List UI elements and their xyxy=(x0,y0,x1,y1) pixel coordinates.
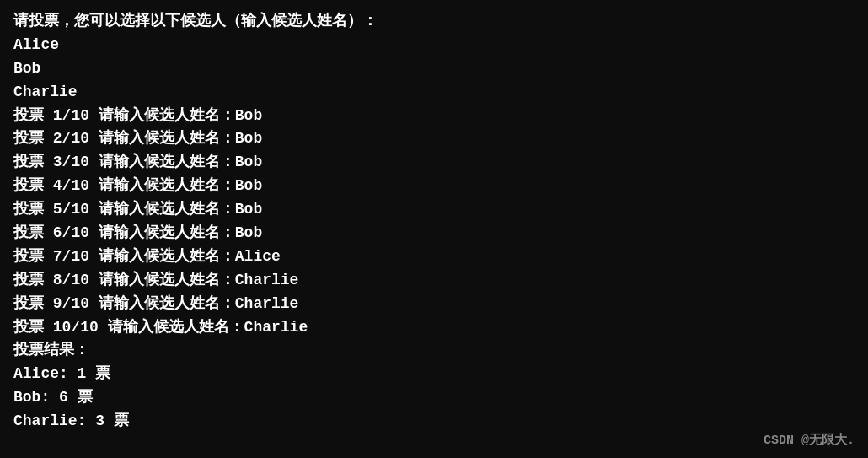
terminal-line: Charlie: 3 票 xyxy=(13,410,855,434)
terminal-line: Alice: 1 票 xyxy=(13,363,855,386)
terminal-line: 投票 1/10 请输入候选人姓名：Bob xyxy=(13,105,855,128)
terminal-line: 投票 8/10 请输入候选人姓名：Charlie xyxy=(13,269,855,293)
terminal-line: 投票结果： xyxy=(13,339,855,363)
terminal-line: 投票 5/10 请输入候选人姓名：Bob xyxy=(13,198,855,222)
terminal-line: 投票 9/10 请输入候选人姓名：Charlie xyxy=(13,293,855,316)
terminal-line: 投票 7/10 请输入候选人姓名：Alice xyxy=(13,245,855,269)
terminal-line: 投票 4/10 请输入候选人姓名：Bob xyxy=(13,175,855,198)
watermark: CSDN @无限大. xyxy=(764,432,855,448)
terminal-line: Alice xyxy=(13,34,855,57)
terminal-line: 请投票，您可以选择以下候选人（输入候选人姓名）： xyxy=(13,10,855,34)
terminal-line: 投票 2/10 请输入候选人姓名：Bob xyxy=(13,127,855,151)
terminal-output: 请投票，您可以选择以下候选人（输入候选人姓名）：AliceBobCharlie投… xyxy=(0,0,868,444)
terminal-line: 投票 3/10 请输入候选人姓名：Bob xyxy=(13,151,855,175)
terminal-line: Charlie xyxy=(13,81,855,105)
terminal-line: Bob: 6 票 xyxy=(13,386,855,410)
terminal-line: 投票 10/10 请输入候选人姓名：Charlie xyxy=(13,316,855,340)
terminal-line: Bob xyxy=(13,57,855,81)
terminal-line: 投票 6/10 请输入候选人姓名：Bob xyxy=(13,222,855,245)
